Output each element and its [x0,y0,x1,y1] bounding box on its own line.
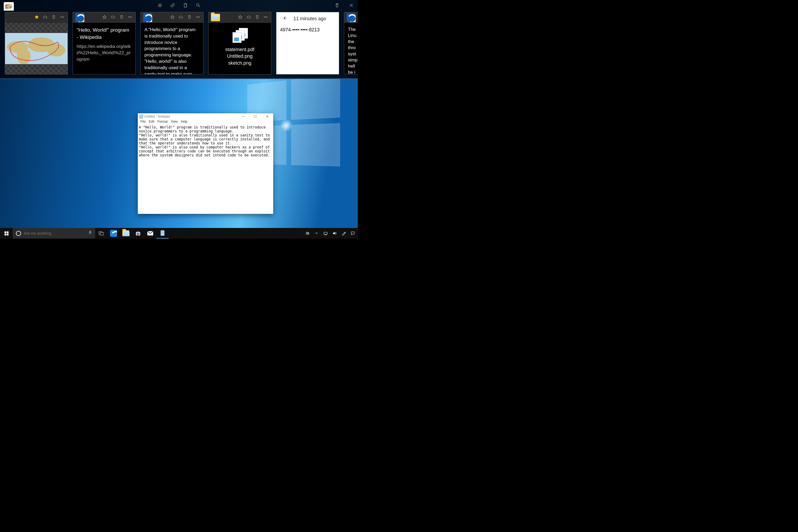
document-icon[interactable] [183,3,188,8]
taskbar-app-explorer[interactable] [120,228,132,239]
svg-rect-16 [7,233,8,235]
taskbar-app-mail[interactable] [144,228,156,239]
more-icon[interactable] [262,15,269,20]
edge-icon [75,13,84,22]
paint-app-icon[interactable] [4,2,14,11]
explorer-icon [211,14,220,21]
notepad-window[interactable]: Untitled - Notepad — ☐ ✕ File Edit Forma… [138,113,273,214]
map-thumbnail [5,33,68,64]
svg-point-7 [196,17,197,17]
tray-volume-icon[interactable] [331,228,339,239]
card-text: A "Hello, World!" program is traditional… [141,23,203,74]
history-time: 11 minutes ago [293,16,326,22]
svg-rect-28 [324,232,327,234]
activities-toolbar [0,0,358,11]
svg-point-2 [62,17,62,17]
svg-rect-21 [138,233,139,234]
list-icon[interactable] [157,3,163,8]
tray-pen-icon[interactable] [340,228,348,239]
activity-card-history[interactable]: 11 minutes ago 4974-••••-••••-8213 [276,12,339,75]
cloud-icon[interactable] [41,15,49,20]
star-icon[interactable] [236,15,244,20]
close-icon[interactable] [349,3,354,8]
notepad-title-text: Untitled - Notepad [144,115,170,118]
cortana-search[interactable] [13,228,95,239]
more-icon[interactable] [58,15,66,20]
minimize-button[interactable]: — [237,115,249,118]
cloud-icon[interactable] [177,15,185,20]
file-stack-icon [232,28,248,42]
svg-point-27 [308,232,309,233]
history-text: 4974-••••-••••-8213 [277,25,339,74]
notepad-titlebar[interactable]: Untitled - Notepad — ☐ ✕ [138,113,273,120]
tray-input-icon[interactable] [322,228,329,239]
more-icon[interactable] [126,15,134,20]
trash-icon[interactable] [118,15,125,20]
card-title: "Hello, World!" program - Wikipedia [77,26,132,41]
star-icon[interactable] [33,15,40,20]
menu-edit[interactable]: Edit [148,120,155,125]
taskbar [0,228,358,239]
svg-point-3 [63,17,64,17]
card-text: The Linu the thro syst simp hell be i [344,23,358,74]
svg-rect-15 [4,233,6,235]
svg-point-1 [61,17,61,17]
activity-card-paint[interactable] [5,12,68,75]
menu-view[interactable]: View [170,120,179,125]
system-tray [304,228,358,239]
menu-format[interactable]: Format [156,120,169,125]
tray-people-icon[interactable] [304,228,311,239]
edge-icon [347,13,356,22]
cloud-icon[interactable] [109,15,117,20]
activity-card-files[interactable]: statement.pdf Untitled.png sketch.png [208,12,271,75]
more-icon[interactable] [194,15,202,20]
search-icon[interactable] [195,3,201,8]
edge-icon [143,13,152,22]
taskbar-app-edge[interactable] [108,228,120,239]
svg-rect-25 [161,230,165,236]
svg-rect-20 [137,233,138,234]
notepad-textarea[interactable]: A "Hello, World!" program is traditional… [138,125,273,214]
activity-card-edge-link[interactable]: "Hello, World!" program - Wikipedia http… [73,12,136,75]
svg-point-10 [264,17,265,17]
cloud-icon[interactable] [245,15,252,20]
file-name: statement.pdf [225,46,254,53]
maximize-button[interactable]: ☐ [249,115,261,118]
star-icon[interactable] [101,15,108,20]
svg-point-9 [199,17,200,17]
svg-point-8 [198,17,198,17]
taskbar-app-notepad[interactable] [156,228,169,239]
notepad-menubar: File Edit Format View Help [138,120,273,125]
back-arrow-icon[interactable] [281,16,289,21]
taskbar-app-store[interactable] [132,228,144,239]
menu-file[interactable]: File [139,120,147,125]
menu-help[interactable]: Help [180,120,189,125]
trash-icon[interactable] [253,15,261,20]
close-button[interactable]: ✕ [261,115,273,118]
activity-card-edge-text[interactable]: A "Hello, World!" program is traditional… [140,12,204,75]
start-button[interactable] [0,228,13,239]
svg-rect-29 [351,232,354,234]
svg-rect-14 [7,231,8,233]
svg-point-4 [129,17,129,17]
file-name: Untitled.png [227,53,252,60]
svg-point-5 [130,17,130,17]
notepad-icon [139,115,143,118]
tray-up-icon[interactable] [312,228,321,239]
trash-icon[interactable] [50,15,57,20]
svg-point-0 [196,4,199,6]
activity-card-edge-partial[interactable]: The Linu the thro syst simp hell be i [344,12,358,75]
delete-icon[interactable] [334,3,340,8]
activities-timeline-panel: "Hello, World!" program - Wikipedia http… [0,0,358,79]
tray-notifications-icon[interactable] [349,228,357,239]
svg-point-6 [131,17,132,17]
mic-icon[interactable] [88,230,92,236]
trash-icon[interactable] [186,15,193,20]
activity-cards-row[interactable]: "Hello, World!" program - Wikipedia http… [5,12,358,77]
star-icon[interactable] [169,15,176,20]
task-view-button[interactable] [95,228,108,239]
search-input[interactable] [24,231,86,235]
link-icon[interactable] [170,3,175,8]
svg-rect-23 [138,234,139,235]
svg-point-26 [306,232,307,233]
